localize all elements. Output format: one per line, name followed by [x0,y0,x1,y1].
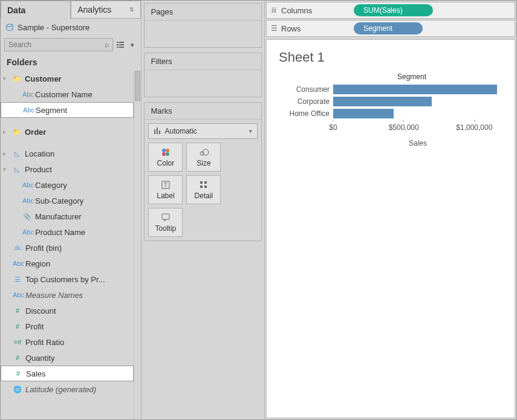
worksheet-area: iii Columns SUM(Sales) ☰ Rows Segment Sh… [265,1,516,419]
svg-point-13 [166,152,169,156]
svg-rect-2 [119,42,124,43]
svg-point-12 [162,152,166,156]
field-discount[interactable]: #Discount [1,303,134,318]
marks-card[interactable]: Marks Automatic ▾ Color Size [144,102,262,241]
field-category[interactable]: AbcCategory [1,177,134,193]
field-segment[interactable]: AbcSegment [1,102,134,118]
clip-icon: 📎 [22,213,32,221]
filters-card[interactable]: Filters [144,53,262,97]
mark-type-label: Automatic [164,127,197,135]
marks-size-label: Size [197,159,210,167]
marks-size-button[interactable]: Size [186,143,221,172]
axis-tick: $0 [329,120,337,132]
hierarchy-location[interactable]: ▹◺Location [1,146,134,161]
bar-fill[interactable] [333,109,394,118]
chevron-right-icon: ▹ [3,150,9,157]
mark-type-dropdown[interactable]: Automatic ▾ [148,123,258,139]
hierarchy-product[interactable]: ▿◺Product [1,161,134,177]
number-icon: # [13,323,22,330]
columns-label: Columns [281,6,354,15]
number-icon: # [13,354,22,361]
svg-text:T: T [164,182,167,189]
svg-rect-7 [154,129,155,134]
scrollbar-thumb[interactable] [135,71,140,101]
tab-analytics[interactable]: Analytics⇅ [71,1,141,19]
number-icon: # [13,307,22,314]
bar-fill[interactable] [333,85,497,94]
bar-fill[interactable] [333,97,432,106]
filters-shelf[interactable] [145,70,261,97]
bar-label: Corporate [279,97,333,106]
folder-customer[interactable]: ▿📁Customer [1,71,134,86]
marks-tooltip-button[interactable]: Tooltip [148,208,183,237]
sheet-title[interactable]: Sheet 1 [279,50,502,65]
marks-color-label: Color [157,159,175,167]
filters-card-title: Filters [145,53,261,70]
field-region[interactable]: AbcRegion [1,256,134,271]
field-customer-name[interactable]: AbcCustomer Name [1,86,134,102]
field-latitude[interactable]: 🌐Latitude (generated) [1,381,134,397]
marks-color-button[interactable]: Color [148,143,183,172]
columns-shelf[interactable]: iii Columns SUM(Sales) [266,2,515,19]
field-manufacturer[interactable]: 📎Manufacturer [1,208,134,224]
chevron-down-icon: ▿ [3,76,9,82]
search-input[interactable]: ⌕ [4,38,113,51]
globe-icon: 🌐 [13,386,22,393]
pages-card[interactable]: Pages [144,3,262,48]
field-top-customers[interactable]: ☰Top Customers by Pr... [1,271,134,287]
marks-label-button[interactable]: T Label [148,175,183,204]
tree-scrollbar[interactable] [134,71,141,419]
calc-number-icon: =# [13,338,22,346]
pages-card-title: Pages [145,4,261,21]
bar-chart: Segment ConsumerCorporateHome Office $0$… [279,73,502,147]
svg-rect-9 [159,131,160,134]
marks-card-title: Marks [145,103,261,120]
field-product-name[interactable]: AbcProduct Name [1,224,134,240]
axis-tick: $1,000,000 [456,120,492,132]
marks-detail-button[interactable]: Detail [186,175,221,204]
search-field[interactable] [8,40,105,49]
pages-shelf[interactable] [145,21,261,47]
data-pane-menu-icon[interactable]: ▾ [128,40,137,50]
pill-sum-sales[interactable]: SUM(Sales) [354,4,433,16]
field-sub-category[interactable]: AbcSub-Category [1,193,134,208]
abc-icon: Abc [22,91,32,98]
field-profit-ratio[interactable]: =#Profit Ratio [1,334,134,350]
rows-shelf[interactable]: ☰ Rows Segment [266,20,515,37]
columns-icon: iii [267,6,281,15]
svg-rect-1 [117,42,119,43]
marks-detail-label: Detail [195,192,213,200]
chevron-right-icon: ▹ [3,129,9,135]
view-canvas[interactable]: Sheet 1 Segment ConsumerCorporateHome Of… [266,39,515,418]
rows-label: Rows [281,24,354,33]
folder-icon: 📁 [12,75,22,83]
chevron-down-icon: ▾ [249,128,252,134]
bar-label: Home Office [279,109,333,118]
folder-icon: 📁 [12,128,22,136]
field-measure-names[interactable]: AbcMeasure Names [1,287,134,303]
datasource-selector[interactable]: Sample - Superstore [1,19,141,36]
field-profit-bin[interactable]: .ılı.Profit (bin) [1,240,134,256]
field-profit[interactable]: #Profit [1,318,134,334]
bar-row-corporate[interactable]: Corporate [279,95,502,108]
svg-rect-19 [204,181,207,184]
tab-switch-icon: ⇅ [129,7,134,13]
folder-order[interactable]: ▹📁Order [1,124,134,140]
svg-point-11 [166,149,169,152]
bar-mark-icon [154,127,161,136]
folders-header: Folders [1,54,141,71]
tab-data[interactable]: Data [1,1,71,19]
marks-tooltip-label: Tooltip [155,224,177,233]
bar-row-consumer[interactable]: Consumer [279,83,502,95]
rows-icon: ☰ [267,24,281,33]
svg-rect-18 [200,181,203,184]
view-as-list-icon[interactable] [115,40,125,50]
bin-icon: .ılı. [13,244,22,251]
axis-tick: $500,000 [389,120,419,132]
svg-rect-5 [117,47,119,48]
field-sales[interactable]: #Sales [1,366,134,381]
bar-label: Consumer [279,85,333,94]
pill-segment[interactable]: Segment [354,22,423,34]
bar-row-home-office[interactable]: Home Office [279,108,502,120]
field-quantity[interactable]: #Quantity [1,350,134,366]
